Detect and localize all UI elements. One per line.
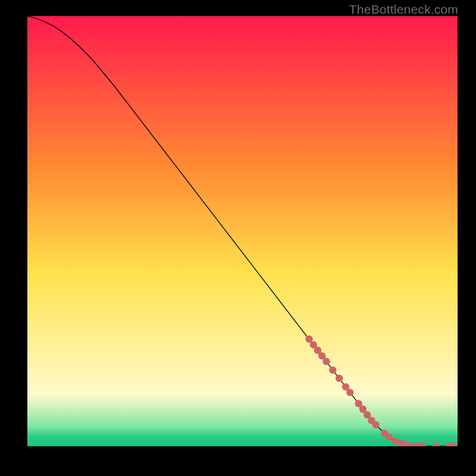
plot-area xyxy=(27,16,458,446)
marker-dot xyxy=(433,443,440,446)
marker-dot xyxy=(346,389,353,396)
marker-dot xyxy=(385,433,392,440)
marker-dot xyxy=(392,437,399,444)
main-curve xyxy=(27,16,458,446)
marker-dot xyxy=(409,443,416,446)
marker-dot xyxy=(322,358,330,365)
curve-layer xyxy=(27,16,458,446)
marker-dot xyxy=(336,375,343,382)
marker-dot xyxy=(372,421,379,428)
watermark-text: TheBottleneck.com xyxy=(349,2,458,17)
chart-stage: TheBottleneck.com xyxy=(0,0,476,476)
marker-dot xyxy=(329,367,336,374)
